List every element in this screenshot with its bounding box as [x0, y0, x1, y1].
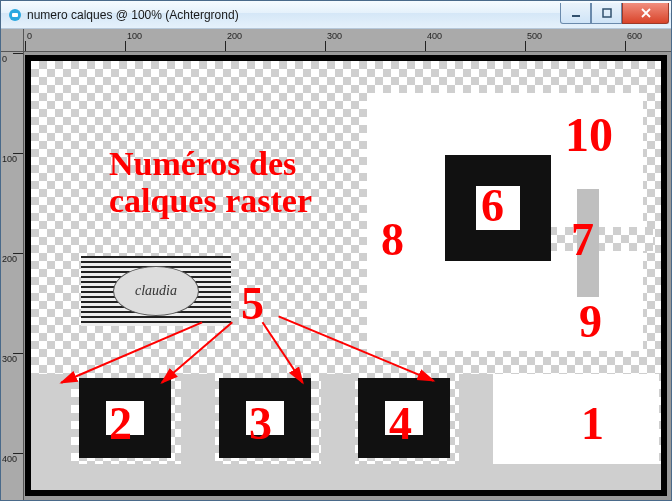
label-3: 3 — [249, 397, 272, 450]
claudia-badge: claudia — [113, 266, 199, 316]
label-9: 9 — [579, 295, 602, 348]
svg-line-6 — [262, 322, 302, 382]
gray-pad — [31, 374, 71, 464]
heading-line2: calques raster — [109, 182, 312, 219]
svg-rect-3 — [603, 9, 611, 17]
ruler-vertical[interactable]: 0 100 200 300 400 — [1, 51, 24, 500]
canvas-outer: claudia Numéros des calques raster 5 2 3… — [23, 51, 671, 500]
label-2: 2 — [109, 397, 132, 450]
label-7: 7 — [571, 213, 594, 266]
label-5: 5 — [241, 277, 264, 330]
svg-rect-1 — [12, 13, 18, 17]
workspace: 0 100 200 300 400 500 600 0 100 200 300 … — [1, 29, 671, 500]
window-frame: numero calques @ 100% (Achtergrond) 0 10… — [0, 0, 672, 501]
maximize-button[interactable] — [591, 3, 622, 24]
label-1: 1 — [581, 397, 604, 450]
label-6: 6 — [481, 179, 504, 232]
heading: Numéros des calques raster — [109, 145, 312, 220]
gray-pad — [181, 374, 215, 464]
claudia-logo: claudia — [81, 256, 231, 326]
window-title: numero calques @ 100% (Achtergrond) — [27, 8, 560, 22]
ruler-horizontal[interactable]: 0 100 200 300 400 500 600 — [23, 29, 671, 52]
ruler-corner — [1, 29, 24, 52]
claudia-text: claudia — [135, 283, 177, 299]
layer-gray-strip — [31, 464, 661, 490]
label-10: 10 — [565, 107, 613, 162]
window-controls — [560, 3, 669, 23]
minimize-button[interactable] — [560, 3, 591, 24]
close-button[interactable] — [622, 3, 669, 24]
svg-rect-2 — [572, 15, 580, 17]
heading-line1: Numéros des — [109, 145, 296, 182]
gray-pad — [321, 374, 355, 464]
gray-pad — [459, 374, 493, 464]
layer-shape-1 — [493, 374, 659, 464]
label-8: 8 — [381, 213, 404, 266]
app-icon — [7, 7, 23, 23]
canvas-border: claudia Numéros des calques raster 5 2 3… — [25, 55, 667, 496]
titlebar[interactable]: numero calques @ 100% (Achtergrond) — [1, 1, 671, 29]
canvas[interactable]: claudia Numéros des calques raster 5 2 3… — [31, 61, 661, 490]
label-4: 4 — [389, 397, 412, 450]
